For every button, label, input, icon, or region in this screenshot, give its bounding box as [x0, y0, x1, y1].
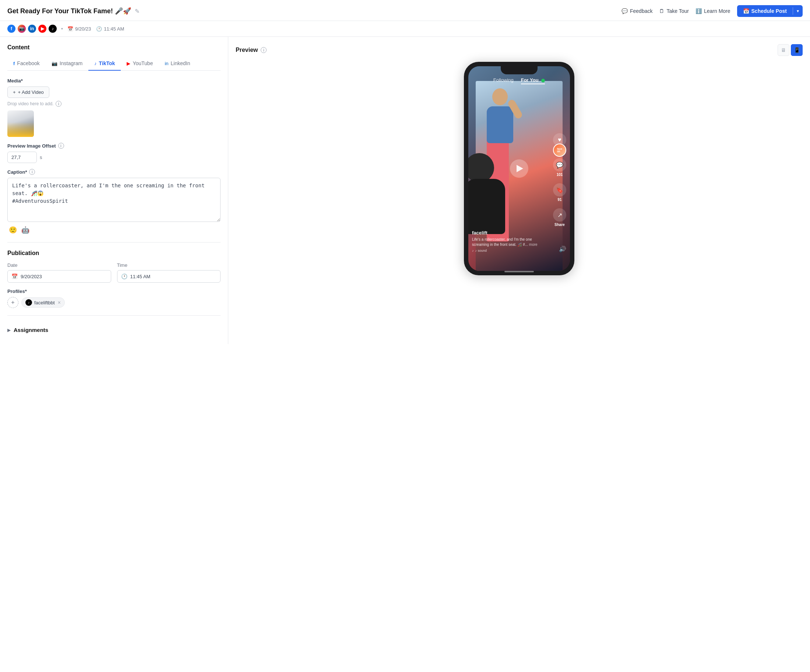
offset-input[interactable]	[7, 152, 37, 163]
profiles-row: + ♪ faceliftbbt ×	[7, 297, 221, 308]
left-panel: Content f Facebook 📷 Instagram ♪ TikTok …	[0, 37, 228, 344]
offset-info-icon: i	[58, 143, 64, 149]
tab-linkedin[interactable]: in LinkedIn	[159, 57, 196, 71]
calendar-small-icon: 📅	[68, 26, 73, 32]
more-label[interactable]: more	[529, 243, 538, 247]
ai-emoji-button[interactable]: 🤖	[20, 225, 30, 235]
caption-footer: 🙂 🤖	[7, 223, 221, 235]
instagram-tab-icon: 📷	[52, 61, 57, 66]
caption-textarea[interactable]: Life's a rollercoaster, and I'm the one …	[7, 178, 221, 222]
offset-label: Preview Image Offset i	[7, 143, 221, 149]
social-icons: f 📷 in ▶ ♪	[7, 25, 57, 33]
person-fg	[468, 153, 505, 234]
tiktok-video-background: Following For You facelift	[468, 66, 570, 271]
schedule-post-group: 📅 Schedule Post ▾	[737, 5, 803, 17]
facelift-avatar: facelift	[553, 143, 566, 157]
plus-icon: +	[13, 89, 16, 95]
right-panel: Preview i 🖥 📱	[228, 37, 810, 344]
linkedin-icon[interactable]: in	[28, 25, 36, 33]
tiktok-tab-icon: ♪	[94, 61, 97, 66]
tiktok-caption: Life's a rollercoaster, and I'm the one …	[472, 237, 550, 247]
remove-profile-button[interactable]: ×	[58, 300, 61, 305]
date-field: Date 📅 9/20/2023	[7, 263, 111, 283]
assignments-chevron-icon: ▶	[7, 328, 11, 333]
tab-facebook[interactable]: f Facebook	[7, 57, 46, 71]
video-thumbnail[interactable]	[7, 110, 34, 137]
calendar-input-icon: 📅	[12, 273, 18, 279]
tour-icon: 🗒	[659, 8, 664, 14]
pub-grid: Date 📅 9/20/2023 Time 🕐 11:45 AM	[7, 263, 221, 283]
play-button[interactable]	[510, 159, 528, 178]
date-input[interactable]: 📅 9/20/2023	[7, 270, 111, 283]
facebook-icon[interactable]: f	[7, 25, 15, 33]
caption-label: Caption* i	[7, 169, 221, 175]
drop-hint: Drop video here to add. i	[7, 101, 221, 107]
share-icon: ↗	[553, 208, 566, 222]
subheader: f 📷 in ▶ ♪ • 📅 9/20/23 🕐 11:45 AM	[0, 21, 810, 37]
time-meta: 🕐 11:45 AM	[96, 26, 124, 32]
phone-mockup: Following For You facelift	[464, 62, 574, 275]
offset-unit: s	[40, 155, 42, 160]
tab-tiktok[interactable]: ♪ TikTok	[88, 57, 121, 71]
header: Get Ready For Your TikTok Fame! 🎤🚀 ✎ 💬 F…	[0, 0, 810, 21]
meta-info: 📅 9/20/23 🕐 11:45 AM	[68, 26, 124, 32]
share-action[interactable]: ↗ Share	[553, 208, 566, 227]
header-left: Get Ready For Your TikTok Fame! 🎤🚀 ✎	[7, 7, 140, 15]
person-bg	[487, 88, 513, 143]
tab-youtube[interactable]: ▶ YouTube	[121, 57, 159, 71]
offset-section: Preview Image Offset i s	[7, 143, 221, 163]
preview-info-icon: i	[261, 47, 267, 53]
date-label: Date	[7, 263, 111, 268]
profile-tag: ♪ faceliftbbt ×	[21, 297, 65, 308]
caption-section: Caption* i Life's a rollercoaster, and I…	[7, 169, 221, 235]
profile-name: faceliftbbt	[34, 300, 55, 305]
take-tour-button[interactable]: 🗒 Take Tour	[659, 8, 688, 14]
bookmark-icon: 🔖	[553, 183, 566, 197]
add-profile-button[interactable]: +	[7, 297, 19, 308]
learn-more-button[interactable]: ℹ️ Learn More	[695, 8, 731, 14]
platform-tabs: f Facebook 📷 Instagram ♪ TikTok ▶ YouTub…	[7, 57, 221, 71]
bookmark-count: 91	[557, 198, 562, 202]
tiktok-bottom-info: facelift Life's a rollercoaster, and I'm…	[472, 230, 550, 253]
phone-notch	[501, 66, 538, 74]
emoji-button[interactable]: 🙂	[8, 225, 18, 235]
content-section-title: Content	[7, 44, 221, 51]
offset-row: s	[7, 152, 221, 163]
header-right: 💬 Feedback 🗒 Take Tour ℹ️ Learn More 📅 S…	[621, 5, 803, 17]
linkedin-tab-icon: in	[165, 61, 168, 66]
time-input[interactable]: 🕐 11:45 AM	[117, 270, 221, 283]
for-you-label: For You	[521, 77, 545, 84]
media-label: Media*	[7, 78, 221, 84]
publication-title: Publication	[7, 250, 221, 256]
add-video-button[interactable]: + + Add Video	[7, 86, 49, 98]
time-field: Time 🕐 11:45 AM	[117, 263, 221, 283]
time-label: Time	[117, 263, 221, 268]
mobile-icon: 📱	[794, 47, 800, 53]
schedule-dropdown-button[interactable]: ▾	[793, 5, 803, 17]
preview-header: Preview i 🖥 📱	[236, 44, 803, 56]
mobile-view-button[interactable]: 📱	[791, 44, 803, 56]
divider-1	[7, 242, 221, 243]
bookmark-action[interactable]: 🔖 91	[553, 183, 566, 202]
feedback-icon: 💬	[621, 8, 628, 14]
edit-icon[interactable]: ✎	[135, 8, 140, 15]
tab-instagram[interactable]: 📷 Instagram	[46, 57, 88, 71]
view-toggle: 🖥 📱	[778, 44, 803, 56]
feedback-button[interactable]: 💬 Feedback	[621, 8, 652, 14]
facebook-tab-icon: f	[13, 61, 15, 66]
comment-action[interactable]: 💬 101	[553, 158, 566, 177]
schedule-post-button[interactable]: 📅 Schedule Post	[737, 5, 793, 17]
assignments-row[interactable]: ▶ Assignments	[7, 323, 221, 337]
music-icon: ♪	[472, 249, 474, 253]
profile-tiktok-icon: ♪	[25, 299, 32, 306]
desktop-icon: 🖥	[781, 47, 786, 53]
following-label: Following	[493, 77, 514, 84]
profiles-label: Profiles*	[7, 288, 221, 294]
instagram-icon[interactable]: 📷	[18, 25, 26, 33]
divider-2	[7, 315, 221, 316]
phone-home-indicator	[505, 271, 534, 272]
desktop-view-button[interactable]: 🖥	[778, 44, 790, 56]
tiktok-icon[interactable]: ♪	[49, 25, 57, 33]
youtube-icon[interactable]: ▶	[38, 25, 46, 33]
volume-icon[interactable]: 🔊	[559, 246, 566, 253]
